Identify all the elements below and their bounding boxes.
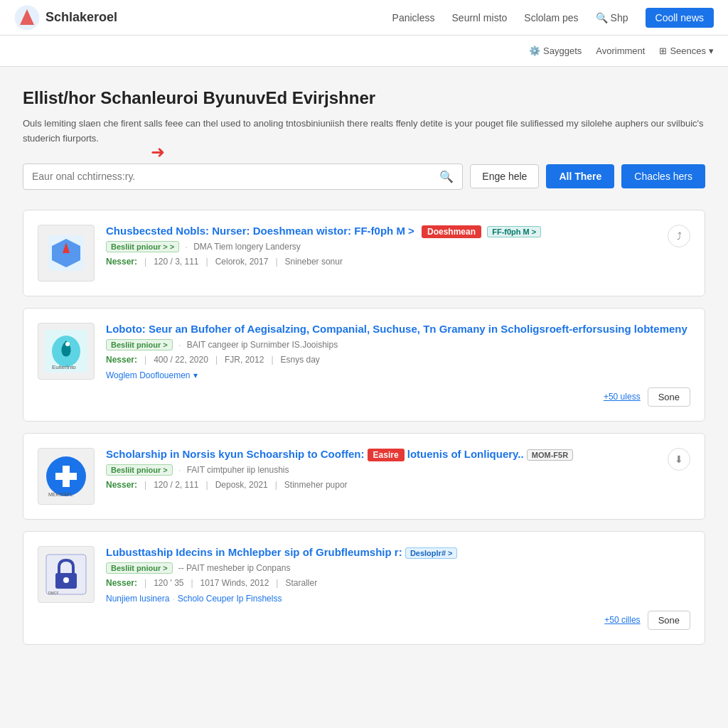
expand-link-2[interactable]: Woglem Dooflouemen ▾ [106, 370, 690, 380]
card-logo-3: MEKISAFL [38, 448, 95, 505]
chacles-hers-button[interactable]: Chacles hers [621, 164, 705, 188]
chevron-down-icon-2: ▾ [193, 370, 198, 380]
scholarship-card-4: DMCF Lubusttaship Idecins in Mchlepber s… [23, 531, 705, 645]
nav-link-panicless[interactable]: Panicless [392, 12, 435, 23]
medical-logo-icon: MEKISAFL [45, 455, 87, 498]
card-body-2: Loboto: Seur an Bufoher of Aegisalzing, … [106, 323, 690, 380]
search-input[interactable] [32, 171, 439, 182]
card-stats-1: Nesser: | 120 / 3, 111 | Celorok, 2017 |… [106, 257, 690, 267]
org-name-3: FAIT cimtpuher iip lenushis [187, 465, 289, 475]
nav-link-seurnl[interactable]: Seurnl misto [452, 12, 508, 23]
search-icon-button[interactable]: 🔍 [439, 170, 454, 183]
save-button-2[interactable]: Sone [648, 387, 690, 407]
logo-text: Schlakeroel [46, 10, 117, 25]
card-title-2[interactable]: Loboto: Seur an Bufoher of Aegisalzing, … [106, 323, 690, 335]
card-meta-3: Besliit pniour > · FAIT cimtpuher iip le… [106, 464, 690, 476]
card-body-3: Scholarship in Norsis kyun Schoarship to… [106, 448, 690, 505]
card-meta-1: Besliit pniour > > · DMA Tiem longery La… [106, 241, 690, 252]
card-stats-4: Nesser: | 120 ' 35 | 1017 Winds, 2012 | … [106, 578, 690, 588]
all-there-button[interactable]: All There [546, 164, 614, 188]
bird-logo-icon: Eulterlnto [45, 330, 87, 373]
card-meta-2: Besliit pniour > · BAIT cangeer ip Surni… [106, 339, 690, 350]
card-inner-1: Chusbecsted Nobls: Nurser: Doeshmean wis… [38, 225, 690, 282]
cool-news-button[interactable]: Cooll news [646, 8, 714, 28]
main-content: Ellist/hor Schanleuroi ByunuvEd Evirjshn… [9, 67, 719, 678]
card-title-4[interactable]: Lubusttaship Idecins in Mchlepber sip of… [106, 546, 690, 558]
card-logo-2: Eulterlnto [38, 323, 95, 380]
card-actions-2: +50 uless Sone [38, 387, 690, 407]
badge-easire: Easire [368, 449, 405, 461]
card-logo-4: DMCF [38, 546, 95, 603]
enge-hele-button[interactable]: Enge hele [470, 164, 539, 188]
shop-button[interactable]: 🔍 Shp [596, 12, 628, 23]
badge-desloplr: Desloplr# > [405, 547, 458, 559]
svg-text:MEKISAFL: MEKISAFL [48, 492, 73, 497]
grid-icon: ⊞ [659, 46, 667, 56]
save-button-4[interactable]: Sone [648, 611, 690, 630]
svg-rect-11 [55, 473, 77, 480]
expand-link-4[interactable]: Nunjiem lusinera · Scholo Ceuper Ip Fins… [106, 594, 690, 604]
seences-nav-item[interactable]: ⊞ Seences ▾ [659, 46, 714, 56]
badge-fftype: FF-f0ph M > [487, 226, 541, 237]
download-icon-3[interactable]: ⬇ [668, 448, 690, 471]
scholarship-card-2: Eulterlnto Loboto: Seur an Bufoher of Ae… [23, 308, 705, 422]
search-box: 🔍 [23, 164, 463, 190]
shield-logo-icon [45, 232, 87, 274]
card-logo-1 [38, 225, 95, 282]
logo-area: Schlakeroel [14, 5, 117, 31]
gear-icon: ⚙️ [529, 46, 540, 56]
scholarship-card-3: MEKISAFL Scholarship in Norsis kyun Scho… [23, 433, 705, 520]
secondary-navigation: ⚙️ Sayggets Avorimment ⊞ Seences ▾ [0, 36, 728, 67]
card-body-1: Chusbecsted Nobls: Nurser: Doeshmean wis… [106, 225, 690, 282]
status-badge-3: Besliit pniour > [106, 464, 173, 476]
page-description: Ouls lemiting slaen che firent salls fee… [23, 117, 705, 146]
org-name-1: DMA Tiem longery Landersy [193, 242, 301, 252]
org-name-4: -- PAIT mesheber ip Conpans [178, 563, 291, 573]
status-badge-2: Besliit pniour > [106, 339, 173, 350]
more-link-2[interactable]: +50 uless [604, 392, 641, 402]
status-badge-4: Besliit pniour > [106, 562, 173, 574]
svg-text:Eulterlnto: Eulterlnto [52, 364, 76, 370]
svg-point-15 [63, 577, 69, 583]
card-meta-4: Besliit pniour > -- PAIT mesheber ip Con… [106, 562, 690, 574]
card-title-1[interactable]: Chusbecsted Nobls: Nurser: Doeshmean wis… [106, 225, 690, 237]
badge-doeshmean: Doeshmean [422, 225, 481, 238]
nav-links: Panicless Seurnl misto Sclolam pes 🔍 Shp… [392, 8, 714, 28]
search-icon: 🔍 [596, 12, 608, 23]
card-inner-2: Eulterlnto Loboto: Seur an Bufoher of Ae… [38, 323, 690, 380]
more-link-4[interactable]: +50 cilles [604, 615, 640, 625]
lock-logo-icon: DMCF [45, 553, 87, 596]
arrow-indicator: ➜ [151, 142, 165, 162]
card-title-3[interactable]: Scholarship in Norsis kyun Schoarship to… [106, 448, 690, 460]
scholarship-card-1: Chusbecsted Nobls: Nurser: Doeshmean wis… [23, 210, 705, 296]
avorimment-nav-item[interactable]: Avorimment [596, 46, 645, 56]
chevron-down-icon: ▾ [709, 46, 714, 56]
org-name-2: BAIT cangeer ip Surnimber IS.Jooiships [187, 340, 338, 350]
page-title: Ellist/hor Schanleuroi ByunuvEd Evirjshn… [23, 88, 705, 108]
card-inner-4: DMCF Lubusttaship Idecins in Mchlepber s… [38, 546, 690, 604]
logo-icon [14, 5, 40, 31]
badge-momf5r: MOM-F5R [527, 449, 573, 461]
nav-link-sclolam[interactable]: Sclolam pes [524, 12, 578, 23]
search-row: ➜ 🔍 Enge hele All There Chacles hers [23, 164, 705, 190]
card-body-4: Lubusttaship Idecins in Mchlepber sip of… [106, 546, 690, 604]
card-actions-4: +50 cilles Sone [38, 611, 690, 630]
svg-text:DMCF: DMCF [48, 591, 58, 595]
card-stats-2: Nesser: | 400 / 22, 2020 | FJR, 2012 | E… [106, 355, 690, 365]
share-icon-1[interactable]: ⤴ [668, 225, 690, 247]
top-navigation: Schlakeroel Panicless Seurnl misto Sclol… [0, 0, 728, 36]
card-inner-3: MEKISAFL Scholarship in Norsis kyun Scho… [38, 448, 690, 505]
card-stats-3: Nesser: | 120 / 2, 111 | Deposk, 2021 | … [106, 480, 690, 490]
sayggets-nav-item[interactable]: ⚙️ Sayggets [529, 46, 582, 56]
status-badge-1: Besliit pniour > > [106, 241, 179, 252]
svg-point-7 [65, 342, 70, 346]
